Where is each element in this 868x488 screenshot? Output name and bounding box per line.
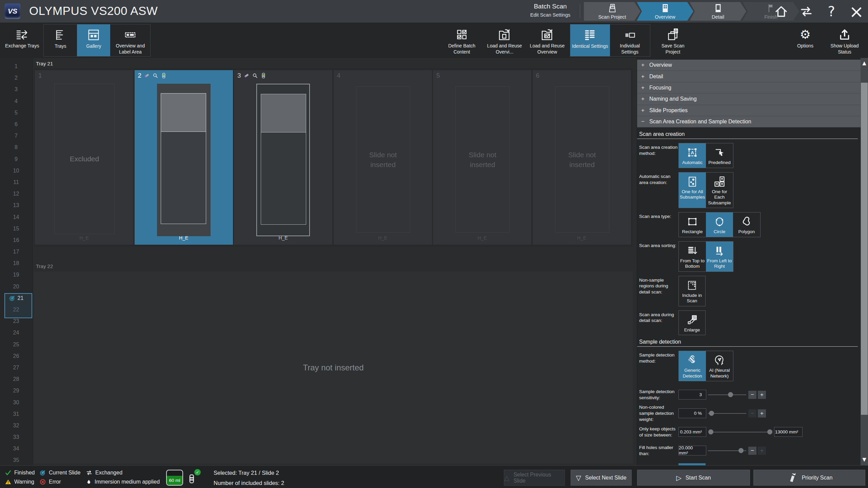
tray-row-23[interactable]: 23 [0,316,32,327]
tray-row-16[interactable]: 16 [0,235,32,246]
tray-row-8[interactable]: 8 [0,142,32,153]
option-from-top-to-bottom[interactable]: From Top to Bottom [679,242,706,271]
tray-row-3[interactable]: 3 [0,84,32,95]
decrement-button[interactable]: − [748,409,756,418]
value-input[interactable]: 20.000 mm² [678,446,706,455]
range-slider-max-handle[interactable] [767,429,772,434]
accordion-section-detail[interactable]: +Detail [637,71,861,82]
close-button[interactable]: × [849,3,864,20]
toolbar-button-load-and-reuse-overvi[interactable]: Load and Reuse Overvi... [485,24,525,57]
option-polygon[interactable]: Polygon [733,212,760,237]
option-enlarge[interactable]: Enlarge [678,310,706,335]
magnifier-icon[interactable] [152,73,158,79]
option-generic-detection[interactable]: Generic Detection [679,351,706,381]
toolbar-button-trays[interactable]: Trays [44,24,77,56]
value-input[interactable]: 0.203 mm² [678,427,706,437]
tray-row-18[interactable]: 18 [0,258,32,269]
scrollbar-thumb[interactable] [861,83,868,415]
tray-row-31[interactable]: 31 [0,408,32,420]
slide-cell-3[interactable]: 3H_E [234,70,332,245]
tray-row-17[interactable]: 17 [0,246,32,258]
tray-row-21[interactable]: 21 [0,292,32,304]
toolbar-button-individual-settings[interactable]: Individual Settings [610,24,650,56]
value-input[interactable]: 0 % [678,408,706,418]
tray-row-14[interactable]: 14 [0,211,32,223]
option-from-left-to-right[interactable]: From Left to Right [706,242,733,271]
toolbar-button-options[interactable]: ⚙Options [789,24,822,57]
tray-row-13[interactable]: 13 [0,200,32,211]
toolbar-button-exchange-trays[interactable]: Exchange Trays [3,24,41,57]
option-ai-neural-network[interactable]: AI (Neural Network) [706,351,733,381]
tray-row-9[interactable]: 9 [0,154,32,165]
tray-row-1[interactable]: 1 [0,61,32,72]
tray-row-22[interactable]: 22 [0,304,32,316]
slide-cell-4[interactable]: 4Slide not insertedH_E [334,70,432,245]
select-next-slide-button[interactable]: ▽Select Next Slide [571,470,632,486]
switch-windows-button[interactable] [799,3,814,20]
tray-row-2[interactable]: 2 [0,72,32,84]
option-predefined[interactable]: Predefined [706,143,733,167]
toolbar-button-load-and-reuse-overview[interactable]: Load and Reuse Overview [527,24,567,57]
tray-row-34[interactable]: 34 [0,443,32,454]
range-slider-min-handle[interactable] [708,429,713,434]
tray-row-15[interactable]: 15 [0,223,32,235]
option-include-in-scan[interactable]: Include in Scan [678,276,706,306]
workflow-step-detail[interactable]: Detail [690,2,746,21]
increment-button[interactable]: + [758,447,766,455]
increment-button[interactable]: + [758,391,766,399]
settings-scrollbar[interactable]: ▲ ▼ [861,58,868,465]
toolbar-button-gallery[interactable]: Gallery [77,24,110,56]
tray-row-32[interactable]: 32 [0,420,32,431]
slider-handle[interactable] [728,392,733,397]
toolbar-button-save-scan-project[interactable]: Save Scan Project [653,24,693,57]
tray-row-19[interactable]: 19 [0,269,32,281]
tray-row-11[interactable]: 11 [0,177,32,188]
workflow-step-overview[interactable]: Overview [637,2,693,21]
accordion-section-overview[interactable]: +Overview [637,60,861,71]
range-slider-track[interactable] [710,432,771,432]
option-automatic[interactable]: AAutomatic [679,143,706,167]
max-value-input[interactable]: 13000 mm² [774,427,803,437]
tray-row-26[interactable]: 26 [0,350,32,362]
toolbar-button-define-batch-content[interactable]: Define Batch Content [442,24,482,57]
toolbar-button-identical-settings[interactable]: Identical Settings [570,24,610,56]
tray-row-27[interactable]: 27 [0,362,32,373]
tray-row-33[interactable]: 33 [0,431,32,443]
tray-row-24[interactable]: 24 [0,327,32,339]
slide-cell-2[interactable]: 2H_E [135,70,233,245]
accordion-section-focusing[interactable]: +Focusing [637,82,861,94]
help-button[interactable]: ? [824,3,839,20]
tray-row-28[interactable]: 28 [0,373,32,385]
option-one-for-each-subsample[interactable]: One for Each Subsample [706,172,733,208]
magnifier-icon[interactable] [252,73,258,79]
tray-row-35[interactable]: 35 [0,454,32,466]
tray-row-12[interactable]: 12 [0,188,32,200]
slider-track[interactable] [708,394,746,395]
tray-row-20[interactable]: 20 [0,281,32,292]
accordion-section-slide-properties[interactable]: +Slide Properties [637,105,861,116]
tray-row-5[interactable]: 5 [0,107,32,119]
tray-row-6[interactable]: 6 [0,119,32,130]
scroll-up-icon[interactable]: ▲ [861,59,868,67]
scroll-down-icon[interactable]: ▼ [861,455,868,464]
decrement-button[interactable]: − [748,447,756,455]
toolbar-button-show-upload-status[interactable]: Show Upload Status [825,24,865,57]
tray-row-4[interactable]: 4 [0,96,32,107]
workflow-step-scan-project[interactable]: Scan Project [584,2,640,21]
accordion-section-naming-and-saving[interactable]: +Naming and Saving [637,94,861,105]
option-circle[interactable]: Circle [706,212,733,237]
accordion-section-scan-area-creation-and-sample-detection[interactable]: −Scan Area Creation and Sample Detection [637,116,861,127]
tray-row-25[interactable]: 25 [0,339,32,350]
tray-row-10[interactable]: 10 [0,165,32,177]
slide-cell-6[interactable]: 6Slide not insertedH_E [533,70,631,245]
tray-row-29[interactable]: 29 [0,385,32,396]
toolbar-button-overview-and-label-area[interactable]: Overview and Label Area [110,24,150,56]
tray-row-30[interactable]: 30 [0,396,32,408]
select-previous-slide-button[interactable]: △Select Previous Slide [504,470,565,486]
decrement-button[interactable]: − [748,391,756,399]
home-button[interactable] [774,3,789,20]
option-rectangle[interactable]: Rectangle [679,212,706,237]
slider-handle[interactable] [738,448,744,453]
slider-handle[interactable] [709,411,714,416]
slide-cell-5[interactable]: 5Slide not insertedH_E [433,70,531,245]
